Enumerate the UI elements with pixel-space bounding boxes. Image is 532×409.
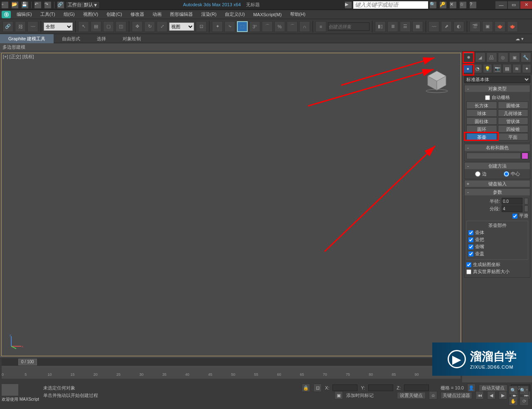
select-icon[interactable]: ↖: [78, 21, 89, 32]
snap-toggle-icon[interactable]: ⬚: [237, 21, 248, 32]
magnet-icon[interactable]: ∩: [299, 21, 310, 32]
time-ruler[interactable]: 0510152025303540455055606570758085909510…: [2, 366, 461, 379]
link-icon[interactable]: 🔗: [57, 2, 64, 8]
search-input[interactable]: [353, 1, 428, 9]
radius-spinner-buttons[interactable]: [524, 198, 528, 204]
ribbon-collapse-icon[interactable]: ☁ ▾: [507, 34, 532, 43]
isolate-icon[interactable]: ⊡: [313, 384, 322, 392]
infocenter-arrow-icon[interactable]: ▶: [345, 2, 352, 8]
time-tag-icon[interactable]: ▣: [335, 391, 343, 399]
cameras-sub-icon[interactable]: 📷: [493, 64, 502, 73]
autogrid-checkbox[interactable]: [485, 95, 490, 100]
part-handle-checkbox[interactable]: [468, 237, 473, 242]
zoom-all-icon[interactable]: 🔍⁺: [520, 386, 529, 395]
save-icon[interactable]: 💾: [22, 2, 28, 8]
name-color-header[interactable]: -名称和颜色: [465, 144, 530, 151]
communication-icon[interactable]: 👤: [467, 384, 475, 392]
motion-tab-icon[interactable]: ◎: [498, 52, 509, 62]
coord-z[interactable]: [404, 384, 429, 391]
keyboard-entry-header[interactable]: +键盘输入: [465, 180, 530, 187]
render-icon[interactable]: 🫖: [495, 21, 505, 32]
open-icon[interactable]: 📂: [12, 2, 18, 8]
spinner-snap-icon[interactable]: %: [274, 21, 285, 32]
pyramid-button[interactable]: 四棱锥: [498, 125, 529, 133]
zoom-icon[interactable]: 🔍: [509, 386, 518, 395]
selection-set-input[interactable]: [328, 22, 369, 31]
menu-animation[interactable]: 动画: [148, 11, 166, 17]
rendered-frame-icon[interactable]: ▣: [482, 21, 493, 32]
selection-filter-dropdown[interactable]: 全部: [44, 22, 73, 31]
sphere-button[interactable]: 球体: [466, 109, 497, 117]
add-time-marker[interactable]: 添加时间标记: [346, 392, 374, 399]
menu-edit[interactable]: 编辑(E): [12, 11, 36, 17]
object-color-swatch[interactable]: [522, 153, 528, 159]
ribbon-polymode-label[interactable]: 多边形建模: [2, 44, 25, 50]
parameters-header[interactable]: -参数: [465, 189, 530, 195]
edged-faces-icon[interactable]: ⌒: [287, 21, 298, 32]
prev-frame-icon[interactable]: ◀: [487, 391, 495, 399]
ribbon-tab-freeform[interactable]: 自由形式: [54, 34, 89, 43]
pan-icon[interactable]: ✋: [509, 397, 518, 406]
segments-spinner-buttons[interactable]: [524, 205, 528, 212]
cylinder-button[interactable]: 圆柱体: [466, 117, 497, 125]
space-warps-sub-icon[interactable]: ≋: [512, 64, 522, 73]
orbit-icon[interactable]: ⟳: [520, 397, 529, 406]
modify-tab-icon[interactable]: ◢: [475, 52, 486, 62]
close-button[interactable]: ✕: [520, 1, 532, 9]
center-radio[interactable]: [504, 171, 509, 177]
ribbon-toggle-icon[interactable]: ▦: [412, 21, 423, 32]
select-region-icon[interactable]: ▢: [103, 21, 114, 32]
maximize-button[interactable]: ▭: [508, 1, 520, 9]
goto-start-icon[interactable]: ⏮: [475, 391, 484, 399]
part-spout-checkbox[interactable]: [468, 244, 473, 249]
favorite-icon[interactable]: ☆: [460, 2, 466, 8]
menu-help[interactable]: 帮助(H): [286, 11, 310, 17]
viewcube-icon[interactable]: [424, 69, 449, 94]
bind-icon[interactable]: 〰: [27, 21, 38, 32]
minimize-button[interactable]: —: [495, 1, 507, 9]
material-editor-icon[interactable]: ◐: [453, 21, 464, 32]
unlink-icon[interactable]: ⛓: [15, 21, 26, 32]
ribbon-tab-graphite[interactable]: Graphite 建模工具: [0, 34, 54, 43]
rotate-icon[interactable]: ↻: [144, 21, 155, 32]
render-production-icon[interactable]: 🫖: [507, 21, 518, 32]
maxscript-mini-icon[interactable]: [2, 384, 18, 396]
key-filter-button[interactable]: 关键点过滤器: [441, 392, 472, 399]
display-tab-icon[interactable]: ▣: [509, 52, 520, 62]
select-name-icon[interactable]: ▤: [91, 21, 101, 32]
real-uv-checkbox[interactable]: [466, 269, 471, 274]
window-crossing-icon[interactable]: ◫: [116, 21, 126, 32]
app-logo-icon[interactable]: ⓢ: [2, 11, 11, 18]
menu-modifier[interactable]: 修改器: [126, 11, 148, 17]
viewport-label[interactable]: [+] [正交] [线框]: [3, 54, 34, 60]
part-lid-checkbox[interactable]: [468, 251, 473, 256]
plane-button[interactable]: 平面: [498, 133, 529, 140]
lock-selection-icon[interactable]: 🔒: [302, 384, 310, 392]
hierarchy-tab-icon[interactable]: 品: [486, 52, 497, 62]
tube-button[interactable]: 管状体: [498, 117, 529, 125]
layer-manager-icon[interactable]: ☰: [400, 21, 411, 32]
play-icon[interactable]: ▶: [499, 391, 507, 399]
segments-spinner[interactable]: [502, 205, 522, 212]
align-icon[interactable]: ≣: [387, 21, 398, 32]
teapot-button[interactable]: 茶壶: [466, 133, 497, 140]
redo-icon[interactable]: ↷: [44, 2, 51, 8]
geometry-sub-icon[interactable]: ●: [463, 64, 473, 73]
manipulate-icon[interactable]: ✦: [212, 21, 223, 32]
scale-icon[interactable]: ⤢: [157, 21, 167, 32]
geosphere-button[interactable]: 几何球体: [498, 109, 529, 117]
menu-graph[interactable]: 图形编辑器: [166, 11, 197, 17]
box-button[interactable]: 长方体: [466, 101, 497, 109]
move-icon[interactable]: ✥: [132, 21, 143, 32]
radius-spinner[interactable]: [502, 198, 522, 204]
systems-sub-icon[interactable]: ✦: [522, 64, 531, 73]
menu-group[interactable]: 组(G): [59, 11, 79, 17]
viewport[interactable]: [+] [正交] [线框] x z: [0, 52, 462, 357]
part-body-checkbox[interactable]: [468, 230, 473, 235]
menu-render[interactable]: 渲染(R): [197, 11, 221, 17]
object-name-input[interactable]: [466, 153, 521, 159]
key-mode-icon[interactable]: ⍾: [429, 391, 437, 399]
auto-key-button[interactable]: 自动关键点: [479, 384, 507, 392]
ribbon-tab-selection[interactable]: 选择: [89, 34, 114, 43]
create-tab-icon[interactable]: ✹: [463, 52, 474, 62]
